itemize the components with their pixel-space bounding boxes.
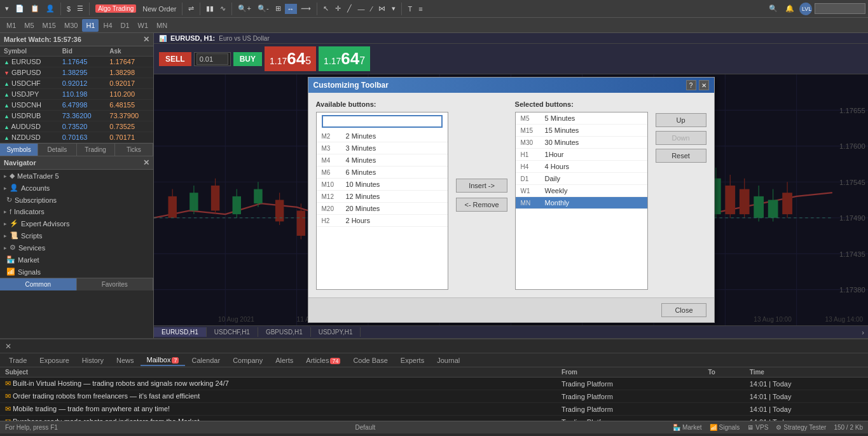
down-button[interactable]: Down — [656, 131, 706, 145]
toolbar-line-btn[interactable]: ∿ — [217, 3, 228, 14]
available-item[interactable]: M2020 Minutes — [317, 203, 448, 215]
crosshair-btn[interactable]: ✛ — [333, 3, 343, 14]
bottom-tab-trade[interactable]: Trade — [3, 355, 33, 365]
strategy-tester-status[interactable]: ⚙ Strategy Tester — [776, 424, 826, 431]
toolbar-candles-btn[interactable]: ▮▮ — [203, 3, 216, 14]
remove-button[interactable]: <- Remove — [456, 198, 507, 212]
bottom-tab-articles[interactable]: Articles74 — [300, 355, 347, 365]
nav-item-signals[interactable]: 📶 Signals — [0, 266, 153, 278]
market-watch-row[interactable]: ▼ GBPUSD 1.38295 1.38298 — [0, 67, 153, 78]
market-status[interactable]: 🏪 Market — [673, 424, 702, 431]
bottom-tab-journal[interactable]: Journal — [431, 355, 466, 365]
message-row[interactable]: ✉ Mobile trading — trade from anywhere a… — [0, 403, 868, 416]
available-item[interactable]: M22 Minutes — [317, 130, 448, 142]
modal-help-btn[interactable]: ? — [686, 80, 696, 90]
objects-list-btn[interactable]: ≡ — [416, 4, 425, 14]
tab-symbols[interactable]: Symbols — [0, 144, 38, 156]
tf-h1[interactable]: H1 — [82, 19, 99, 32]
new-order-btn[interactable]: New Order — [140, 4, 179, 14]
avatar-btn[interactable]: LVL — [799, 3, 812, 15]
tab-details[interactable]: Details — [38, 144, 76, 156]
chart-tab-usdjpy[interactable]: USDJPY,H1 — [311, 327, 361, 337]
available-item[interactable]: M1010 Minutes — [317, 179, 448, 191]
bottom-tab-history[interactable]: History — [76, 355, 110, 365]
market-watch-row[interactable]: ▲ USDRUB 73.36200 73.37900 — [0, 111, 153, 121]
nav-item-scripts[interactable]: ▸ 📜 Scripts — [0, 229, 153, 242]
algo-trading-btn[interactable]: Algo Trading — [93, 3, 139, 14]
market-watch-row[interactable]: ▲ AUDUSD 0.73520 0.73525 — [0, 121, 153, 132]
signals-status[interactable]: 📶 Signals — [710, 424, 740, 431]
market-watch-close[interactable]: ✕ — [143, 35, 149, 44]
grid-btn[interactable]: ⊞ — [273, 3, 284, 14]
nav-item-expert-advisors[interactable]: ▸ ⚡ Expert Advisors — [0, 217, 153, 229]
chart-tabs-nav-right[interactable]: › — [858, 329, 868, 336]
chart-tab-eurusd[interactable]: EURUSD,H1 — [154, 327, 207, 337]
tf-h4[interactable]: H4 — [99, 19, 116, 32]
nav-item-market[interactable]: 🏪 Market — [0, 254, 153, 266]
toolbar-obj-btn[interactable]: ☰ — [74, 3, 86, 14]
toolbar-profile-btn[interactable]: 👤 — [43, 3, 57, 14]
bottom-tab-exposure[interactable]: Exposure — [33, 355, 75, 365]
selected-item[interactable]: W1Weekly — [516, 185, 647, 197]
tab-trading[interactable]: Trading — [77, 144, 115, 156]
insert-button[interactable]: Insert -> — [456, 179, 507, 193]
nav-item-accounts[interactable]: ▸ 👤 Accounts — [0, 182, 153, 194]
available-item[interactable]: H22 Hours — [317, 215, 448, 227]
available-item[interactable]: M66 Minutes — [317, 167, 448, 179]
bottom-tab-calendar[interactable]: Calendar — [185, 355, 226, 365]
tf-m15[interactable]: M15 — [39, 19, 60, 32]
market-watch-row[interactable]: ▲ USDJPY 110.198 110.200 — [0, 89, 153, 100]
nav-item-subscriptions[interactable]: ↻ Subscriptions — [0, 194, 153, 206]
cursor-btn[interactable]: ↖ — [320, 3, 331, 14]
reset-button[interactable]: Reset — [656, 149, 706, 163]
message-row[interactable]: ✉ Purchase ready-made robots and indicat… — [0, 416, 868, 421]
selected-item[interactable]: H11Hour — [516, 149, 647, 161]
nav-tab-common[interactable]: Common — [0, 278, 77, 290]
bottom-tab-codebase[interactable]: Code Base — [347, 355, 394, 365]
menu-file[interactable]: ▾ — [3, 3, 11, 14]
available-item[interactable]: M33 Minutes — [317, 142, 448, 154]
lot-input[interactable] — [196, 53, 228, 65]
tf-m30[interactable]: M30 — [60, 19, 81, 32]
autoscroll-btn[interactable]: ↔ — [285, 4, 297, 14]
hline-btn[interactable]: — — [355, 4, 368, 14]
navigator-close[interactable]: ✕ — [143, 158, 149, 167]
nav-tab-favorites[interactable]: Favorites — [77, 278, 154, 290]
more-btn[interactable]: ▾ — [389, 3, 398, 14]
zoom-in-btn[interactable]: 🔍+ — [235, 3, 253, 14]
selected-item[interactable]: MNMonthly — [516, 197, 647, 209]
toolbar-template-btn[interactable]: 📋 — [28, 3, 42, 14]
bottom-tab-news[interactable]: News — [110, 355, 141, 365]
selected-item[interactable]: M3030 Minutes — [516, 137, 647, 149]
toolbar-history-btn[interactable]: ⇌ — [186, 3, 196, 14]
search-btn[interactable]: 🔍 — [766, 3, 780, 14]
sell-button[interactable]: SELL — [159, 52, 191, 66]
market-watch-row[interactable]: ▲ USDCNH 6.47998 6.48155 — [0, 100, 153, 111]
tf-mn[interactable]: MN — [153, 19, 171, 32]
bottom-tab-mailbox[interactable]: Mailbox7 — [141, 355, 186, 366]
zoom-out-btn[interactable]: 🔍- — [255, 3, 272, 14]
chart-shift-btn[interactable]: ⟿ — [298, 3, 313, 14]
available-search-input[interactable] — [322, 115, 443, 128]
nav-item-metatrader-5[interactable]: ▸ ◆ MetaTrader 5 — [0, 170, 153, 182]
modal-close-footer-btn[interactable]: Close — [661, 303, 706, 317]
tab-ticks[interactable]: Ticks — [115, 144, 153, 156]
available-buttons-list[interactable]: M22 MinutesM33 MinutesM44 MinutesM66 Min… — [316, 112, 449, 290]
market-watch-row[interactable]: ▲ EURUSD 1.17645 1.17647 — [0, 57, 153, 67]
notification-btn[interactable]: 🔔 — [783, 3, 797, 14]
selected-item[interactable]: M1515 Minutes — [516, 125, 647, 137]
selected-buttons-list[interactable]: M55 MinutesM1515 MinutesM3030 MinutesH11… — [515, 112, 648, 290]
market-watch-row[interactable]: ▲ NZDUSD 0.70163 0.70171 — [0, 132, 153, 143]
bottom-tab-experts[interactable]: Experts — [394, 355, 431, 365]
modal-close-btn[interactable]: ✕ — [699, 80, 709, 90]
available-item[interactable]: M1212 Minutes — [317, 191, 448, 203]
nav-item-indicators[interactable]: ▸ f Indicators — [0, 206, 153, 217]
selected-item[interactable]: H44 Hours — [516, 161, 647, 173]
buy-button[interactable]: BUY — [233, 52, 262, 66]
selected-item[interactable]: M55 Minutes — [516, 112, 647, 125]
message-row[interactable]: ✉ Built-in Virtual Hosting — trading rob… — [0, 378, 868, 390]
text-btn[interactable]: T — [405, 4, 415, 14]
bottom-tab-alerts[interactable]: Alerts — [269, 355, 300, 365]
nav-item-services[interactable]: ▸ ⚙ Services — [0, 242, 153, 254]
tf-m1[interactable]: M1 — [3, 19, 20, 32]
